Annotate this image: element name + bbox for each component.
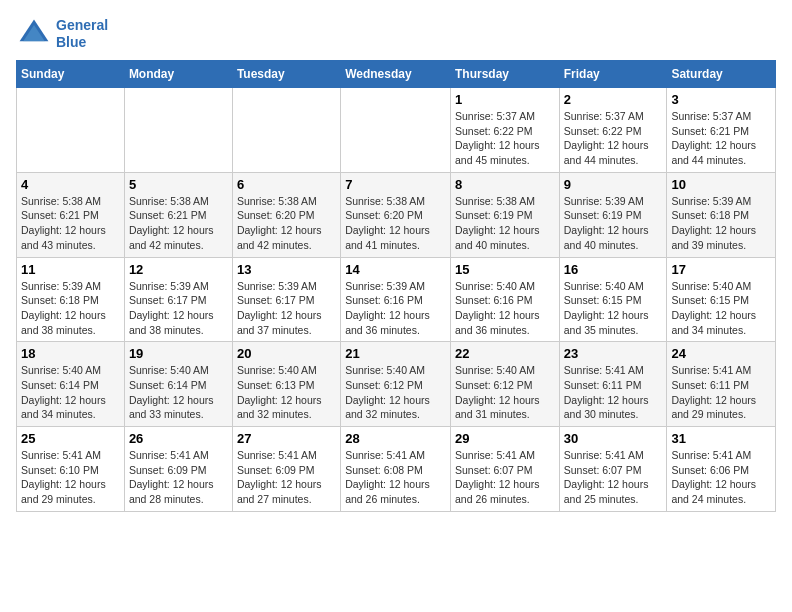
day-info: Sunrise: 5:37 AMSunset: 6:22 PMDaylight:… bbox=[564, 109, 663, 168]
day-header-wednesday: Wednesday bbox=[341, 61, 451, 88]
calendar-cell: 29Sunrise: 5:41 AMSunset: 6:07 PMDayligh… bbox=[450, 427, 559, 512]
day-number: 28 bbox=[345, 431, 446, 446]
day-info: Sunrise: 5:39 AMSunset: 6:17 PMDaylight:… bbox=[237, 279, 336, 338]
calendar-cell: 1Sunrise: 5:37 AMSunset: 6:22 PMDaylight… bbox=[450, 88, 559, 173]
calendar-cell: 28Sunrise: 5:41 AMSunset: 6:08 PMDayligh… bbox=[341, 427, 451, 512]
day-number: 13 bbox=[237, 262, 336, 277]
day-info: Sunrise: 5:39 AMSunset: 6:18 PMDaylight:… bbox=[21, 279, 120, 338]
logo-text: General Blue bbox=[56, 17, 108, 51]
day-info: Sunrise: 5:37 AMSunset: 6:22 PMDaylight:… bbox=[455, 109, 555, 168]
day-info: Sunrise: 5:41 AMSunset: 6:10 PMDaylight:… bbox=[21, 448, 120, 507]
day-info: Sunrise: 5:39 AMSunset: 6:18 PMDaylight:… bbox=[671, 194, 771, 253]
calendar-cell: 2Sunrise: 5:37 AMSunset: 6:22 PMDaylight… bbox=[559, 88, 667, 173]
day-number: 26 bbox=[129, 431, 228, 446]
calendar-cell: 21Sunrise: 5:40 AMSunset: 6:12 PMDayligh… bbox=[341, 342, 451, 427]
day-info: Sunrise: 5:38 AMSunset: 6:19 PMDaylight:… bbox=[455, 194, 555, 253]
day-header-friday: Friday bbox=[559, 61, 667, 88]
calendar-cell: 26Sunrise: 5:41 AMSunset: 6:09 PMDayligh… bbox=[124, 427, 232, 512]
calendar-cell: 24Sunrise: 5:41 AMSunset: 6:11 PMDayligh… bbox=[667, 342, 776, 427]
calendar-cell: 12Sunrise: 5:39 AMSunset: 6:17 PMDayligh… bbox=[124, 257, 232, 342]
day-number: 3 bbox=[671, 92, 771, 107]
day-number: 23 bbox=[564, 346, 663, 361]
day-number: 7 bbox=[345, 177, 446, 192]
calendar-cell: 13Sunrise: 5:39 AMSunset: 6:17 PMDayligh… bbox=[232, 257, 340, 342]
calendar-cell: 27Sunrise: 5:41 AMSunset: 6:09 PMDayligh… bbox=[232, 427, 340, 512]
calendar-cell bbox=[17, 88, 125, 173]
day-number: 30 bbox=[564, 431, 663, 446]
day-number: 17 bbox=[671, 262, 771, 277]
calendar-cell: 5Sunrise: 5:38 AMSunset: 6:21 PMDaylight… bbox=[124, 172, 232, 257]
day-info: Sunrise: 5:41 AMSunset: 6:11 PMDaylight:… bbox=[564, 363, 663, 422]
day-info: Sunrise: 5:41 AMSunset: 6:07 PMDaylight:… bbox=[564, 448, 663, 507]
day-info: Sunrise: 5:39 AMSunset: 6:16 PMDaylight:… bbox=[345, 279, 446, 338]
day-info: Sunrise: 5:39 AMSunset: 6:19 PMDaylight:… bbox=[564, 194, 663, 253]
day-info: Sunrise: 5:40 AMSunset: 6:12 PMDaylight:… bbox=[455, 363, 555, 422]
day-header-sunday: Sunday bbox=[17, 61, 125, 88]
day-info: Sunrise: 5:38 AMSunset: 6:20 PMDaylight:… bbox=[237, 194, 336, 253]
day-info: Sunrise: 5:39 AMSunset: 6:17 PMDaylight:… bbox=[129, 279, 228, 338]
day-number: 15 bbox=[455, 262, 555, 277]
day-number: 8 bbox=[455, 177, 555, 192]
calendar-cell: 17Sunrise: 5:40 AMSunset: 6:15 PMDayligh… bbox=[667, 257, 776, 342]
calendar-cell: 23Sunrise: 5:41 AMSunset: 6:11 PMDayligh… bbox=[559, 342, 667, 427]
day-number: 27 bbox=[237, 431, 336, 446]
calendar-cell: 4Sunrise: 5:38 AMSunset: 6:21 PMDaylight… bbox=[17, 172, 125, 257]
calendar-cell bbox=[341, 88, 451, 173]
calendar-cell: 3Sunrise: 5:37 AMSunset: 6:21 PMDaylight… bbox=[667, 88, 776, 173]
page-header: General Blue bbox=[16, 16, 776, 52]
calendar-cell: 31Sunrise: 5:41 AMSunset: 6:06 PMDayligh… bbox=[667, 427, 776, 512]
day-info: Sunrise: 5:40 AMSunset: 6:13 PMDaylight:… bbox=[237, 363, 336, 422]
calendar-cell: 6Sunrise: 5:38 AMSunset: 6:20 PMDaylight… bbox=[232, 172, 340, 257]
day-info: Sunrise: 5:40 AMSunset: 6:15 PMDaylight:… bbox=[671, 279, 771, 338]
calendar-cell: 14Sunrise: 5:39 AMSunset: 6:16 PMDayligh… bbox=[341, 257, 451, 342]
day-info: Sunrise: 5:37 AMSunset: 6:21 PMDaylight:… bbox=[671, 109, 771, 168]
day-info: Sunrise: 5:41 AMSunset: 6:07 PMDaylight:… bbox=[455, 448, 555, 507]
day-info: Sunrise: 5:38 AMSunset: 6:20 PMDaylight:… bbox=[345, 194, 446, 253]
calendar-cell: 7Sunrise: 5:38 AMSunset: 6:20 PMDaylight… bbox=[341, 172, 451, 257]
day-number: 20 bbox=[237, 346, 336, 361]
calendar-cell bbox=[124, 88, 232, 173]
day-number: 1 bbox=[455, 92, 555, 107]
calendar-cell: 25Sunrise: 5:41 AMSunset: 6:10 PMDayligh… bbox=[17, 427, 125, 512]
day-number: 21 bbox=[345, 346, 446, 361]
day-number: 2 bbox=[564, 92, 663, 107]
day-header-saturday: Saturday bbox=[667, 61, 776, 88]
day-number: 11 bbox=[21, 262, 120, 277]
week-row-2: 4Sunrise: 5:38 AMSunset: 6:21 PMDaylight… bbox=[17, 172, 776, 257]
day-number: 24 bbox=[671, 346, 771, 361]
week-row-3: 11Sunrise: 5:39 AMSunset: 6:18 PMDayligh… bbox=[17, 257, 776, 342]
week-row-5: 25Sunrise: 5:41 AMSunset: 6:10 PMDayligh… bbox=[17, 427, 776, 512]
calendar-cell: 19Sunrise: 5:40 AMSunset: 6:14 PMDayligh… bbox=[124, 342, 232, 427]
day-info: Sunrise: 5:40 AMSunset: 6:16 PMDaylight:… bbox=[455, 279, 555, 338]
day-number: 19 bbox=[129, 346, 228, 361]
day-info: Sunrise: 5:41 AMSunset: 6:09 PMDaylight:… bbox=[237, 448, 336, 507]
day-info: Sunrise: 5:38 AMSunset: 6:21 PMDaylight:… bbox=[21, 194, 120, 253]
calendar-table: SundayMondayTuesdayWednesdayThursdayFrid… bbox=[16, 60, 776, 512]
calendar-cell: 18Sunrise: 5:40 AMSunset: 6:14 PMDayligh… bbox=[17, 342, 125, 427]
calendar-cell: 22Sunrise: 5:40 AMSunset: 6:12 PMDayligh… bbox=[450, 342, 559, 427]
calendar-cell: 8Sunrise: 5:38 AMSunset: 6:19 PMDaylight… bbox=[450, 172, 559, 257]
day-number: 14 bbox=[345, 262, 446, 277]
day-number: 22 bbox=[455, 346, 555, 361]
week-row-4: 18Sunrise: 5:40 AMSunset: 6:14 PMDayligh… bbox=[17, 342, 776, 427]
calendar-cell: 9Sunrise: 5:39 AMSunset: 6:19 PMDaylight… bbox=[559, 172, 667, 257]
calendar-cell: 20Sunrise: 5:40 AMSunset: 6:13 PMDayligh… bbox=[232, 342, 340, 427]
day-number: 12 bbox=[129, 262, 228, 277]
day-number: 9 bbox=[564, 177, 663, 192]
day-info: Sunrise: 5:41 AMSunset: 6:11 PMDaylight:… bbox=[671, 363, 771, 422]
day-info: Sunrise: 5:40 AMSunset: 6:15 PMDaylight:… bbox=[564, 279, 663, 338]
day-number: 16 bbox=[564, 262, 663, 277]
day-header-thursday: Thursday bbox=[450, 61, 559, 88]
day-number: 4 bbox=[21, 177, 120, 192]
day-info: Sunrise: 5:41 AMSunset: 6:08 PMDaylight:… bbox=[345, 448, 446, 507]
day-number: 6 bbox=[237, 177, 336, 192]
day-number: 31 bbox=[671, 431, 771, 446]
logo: General Blue bbox=[16, 16, 108, 52]
day-number: 29 bbox=[455, 431, 555, 446]
day-info: Sunrise: 5:41 AMSunset: 6:09 PMDaylight:… bbox=[129, 448, 228, 507]
day-header-tuesday: Tuesday bbox=[232, 61, 340, 88]
calendar-cell: 16Sunrise: 5:40 AMSunset: 6:15 PMDayligh… bbox=[559, 257, 667, 342]
calendar-cell: 30Sunrise: 5:41 AMSunset: 6:07 PMDayligh… bbox=[559, 427, 667, 512]
day-number: 25 bbox=[21, 431, 120, 446]
day-info: Sunrise: 5:41 AMSunset: 6:06 PMDaylight:… bbox=[671, 448, 771, 507]
